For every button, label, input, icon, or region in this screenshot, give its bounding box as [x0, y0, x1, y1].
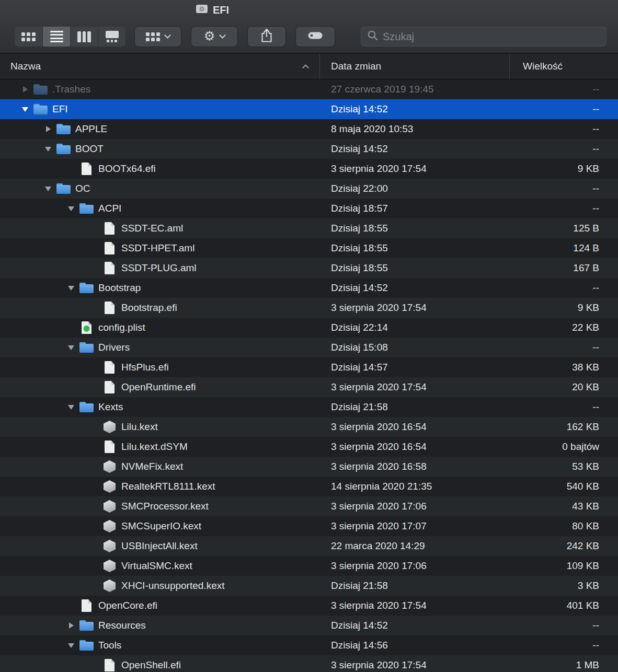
column-header-size[interactable]: Wielkość [510, 54, 618, 79]
file-row[interactable]: VirtualSMC.kext 3 sierpnia 2020 17:06 10… [0, 556, 618, 576]
share-button[interactable] [248, 27, 285, 47]
disclosure-triangle-icon[interactable] [66, 206, 76, 211]
file-row[interactable]: Resources Dzisiaj 14:52 -- [0, 616, 618, 635]
file-date-modified: Dzisiaj 14:52 [320, 103, 510, 115]
tag-button[interactable] [296, 27, 335, 47]
file-date-modified: Dzisiaj 18:55 [320, 262, 510, 274]
file-row[interactable]: Bootstrap.efi 3 sierpnia 2020 17:54 9 KB [0, 298, 618, 318]
file-row[interactable]: Lilu.kext.dSYM 3 sierpnia 2020 16:54 0 b… [0, 437, 618, 457]
file-name: Resources [98, 620, 146, 631]
file-row[interactable]: Tools Dzisiaj 14:56 -- [0, 635, 618, 655]
file-date-modified: 3 sierpnia 2020 17:54 [320, 163, 510, 175]
disclosure-triangle-icon[interactable] [66, 286, 76, 291]
file-date-modified: Dzisiaj 18:55 [320, 223, 510, 234]
file-name-cell: OpenShell.efi [0, 659, 320, 671]
icon-view-button[interactable] [15, 27, 42, 47]
file-row[interactable]: NVMeFix.kext 3 sierpnia 2020 16:58 53 KB [0, 457, 618, 477]
column-header-name-label: Nazwa [10, 61, 41, 72]
folder-icon [33, 103, 48, 115]
title-bar[interactable]: EFI [0, 0, 618, 21]
file-date-modified: 22 marca 2020 14:29 [320, 540, 510, 552]
file-name: Bootstrap.efi [121, 302, 177, 314]
file-date-modified: 3 sierpnia 2020 17:54 [320, 381, 510, 393]
file-name: Bootstrap [98, 282, 141, 294]
file-icon [102, 222, 117, 235]
file-name-cell: SMCProcessor.kext [0, 500, 320, 513]
file-size: 53 KB [510, 461, 618, 472]
file-row[interactable]: SSDT-PLUG.aml Dzisiaj 18:55 167 B [0, 258, 618, 278]
file-name-cell: HfsPlus.efi [0, 361, 320, 374]
file-row[interactable]: SSDT-HPET.aml Dzisiaj 18:55 124 B [0, 238, 618, 258]
file-size: 242 KB [510, 540, 618, 552]
file-size: 109 KB [510, 560, 618, 572]
file-row[interactable]: OpenCore.efi 3 sierpnia 2020 17:54 401 K… [0, 596, 618, 616]
disclosure-triangle-icon[interactable] [20, 86, 30, 92]
file-row[interactable]: Lilu.kext 3 sierpnia 2020 16:54 162 KB [0, 417, 618, 437]
gallery-view-button[interactable] [98, 27, 125, 47]
file-name: RealtekRTL8111.kext [121, 481, 215, 492]
disclosure-triangle-icon[interactable] [66, 622, 76, 629]
file-icon [102, 659, 117, 671]
file-name: VirtualSMC.kext [121, 560, 192, 572]
file-row[interactable]: Kexts Dzisiaj 21:58 -- [0, 397, 618, 417]
file-row[interactable]: EFI Dzisiaj 14:52 -- [0, 99, 618, 119]
file-row[interactable]: XHCI-unsupported.kext Dzisiaj 21:58 3 KB [0, 576, 618, 596]
folder-icon [56, 143, 71, 155]
column-header-date[interactable]: Data zmian [320, 54, 509, 79]
file-row[interactable]: OC Dzisiaj 22:00 -- [0, 179, 618, 199]
file-row[interactable]: Drivers Dzisiaj 15:08 -- [0, 338, 618, 357]
folder-icon [56, 182, 71, 195]
disclosure-triangle-icon[interactable] [66, 345, 76, 350]
list-view-button[interactable] [42, 27, 70, 47]
file-row[interactable]: APPLE 8 maja 2020 10:53 -- [0, 119, 618, 139]
file-name: .Trashes [52, 84, 90, 95]
file-name-cell: VirtualSMC.kext [0, 560, 320, 572]
file-row[interactable]: .Trashes 27 czerwca 2019 19:45 -- [0, 79, 618, 99]
file-name: XHCI-unsupported.kext [121, 580, 225, 592]
disclosure-triangle-icon[interactable] [20, 107, 30, 112]
search-field[interactable] [361, 27, 606, 47]
file-row[interactable]: OpenRuntime.efi 3 sierpnia 2020 17:54 20… [0, 377, 618, 397]
file-row[interactable]: OpenShell.efi 3 sierpnia 2020 17:54 1 MB [0, 655, 618, 672]
file-row[interactable]: USBInjectAll.kext 22 marca 2020 14:29 24… [0, 536, 618, 556]
file-size: -- [510, 640, 618, 651]
action-menu-button[interactable]: ⚙ [191, 27, 237, 47]
disclosure-triangle-icon[interactable] [66, 643, 76, 648]
folder-icon [56, 123, 71, 135]
kext-icon [102, 480, 117, 493]
file-name: Tools [98, 640, 121, 651]
group-by-icon [146, 32, 160, 41]
file-row[interactable]: SMCProcessor.kext 3 sierpnia 2020 17:06 … [0, 496, 618, 516]
column-view-button[interactable] [70, 27, 98, 47]
search-input[interactable] [383, 31, 600, 43]
file-size: -- [510, 103, 618, 115]
file-name: Drivers [98, 342, 130, 353]
group-by-button[interactable] [135, 27, 181, 47]
file-row[interactable]: RealtekRTL8111.kext 14 sierpnia 2020 21:… [0, 477, 618, 496]
file-row[interactable]: BOOT Dzisiaj 14:52 -- [0, 139, 618, 159]
file-row[interactable]: Bootstrap Dzisiaj 14:52 -- [0, 278, 618, 298]
file-name: Kexts [98, 401, 123, 413]
file-date-modified: 3 sierpnia 2020 17:06 [320, 560, 510, 572]
file-row[interactable]: ACPI Dzisiaj 18:57 -- [0, 199, 618, 218]
file-row[interactable]: SSDT-EC.aml Dzisiaj 18:55 125 B [0, 218, 618, 238]
file-size: -- [510, 84, 618, 95]
file-row[interactable]: config.plist Dzisiaj 22:14 22 KB [0, 318, 618, 338]
file-name-cell: OC [0, 182, 320, 195]
file-date-modified: Dzisiaj 14:52 [320, 143, 510, 155]
column-header-name[interactable]: Nazwa [0, 54, 319, 79]
disclosure-triangle-icon[interactable] [66, 405, 76, 410]
file-row[interactable]: BOOTx64.efi 3 sierpnia 2020 17:54 9 KB [0, 159, 618, 179]
disclosure-triangle-icon[interactable] [43, 147, 53, 152]
file-date-modified: Dzisiaj 15:08 [320, 342, 510, 353]
list-view-icon [50, 31, 63, 43]
file-name-cell: .Trashes [0, 83, 320, 96]
file-size: -- [510, 342, 618, 353]
file-row[interactable]: HfsPlus.efi Dzisiaj 14:57 38 KB [0, 357, 618, 377]
file-row[interactable]: SMCSuperIO.kext 3 sierpnia 2020 17:07 80… [0, 516, 618, 536]
disclosure-triangle-icon[interactable] [43, 187, 53, 191]
file-name-cell: USBInjectAll.kext [0, 540, 320, 552]
finder-window: EFI ⚙ [0, 0, 618, 672]
disclosure-triangle-icon[interactable] [43, 126, 53, 132]
file-name: SSDT-PLUG.aml [121, 262, 197, 274]
